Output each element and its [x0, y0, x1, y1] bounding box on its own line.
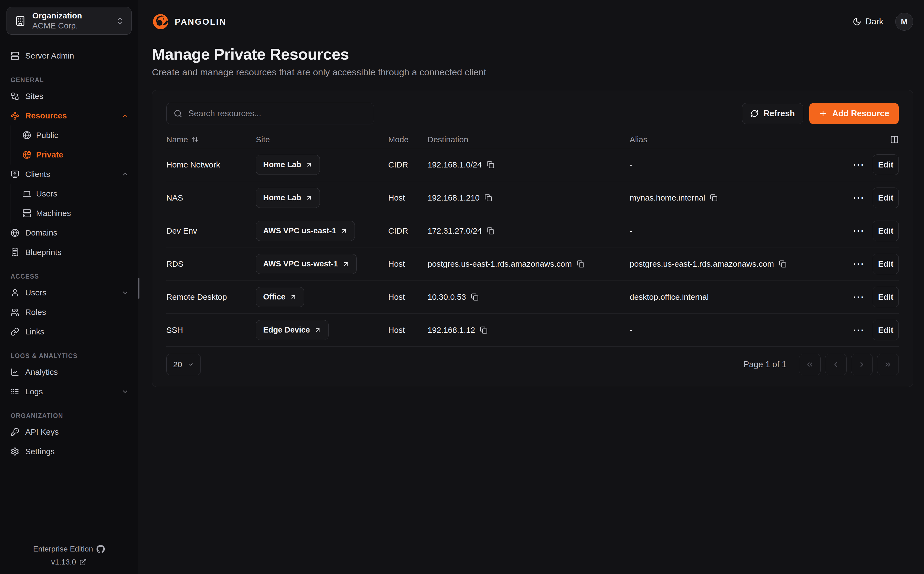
edit-button[interactable]: Edit — [873, 320, 899, 341]
refresh-label: Refresh — [763, 109, 794, 118]
column-header-site: Site — [256, 135, 388, 144]
row-menu-button[interactable]: ⋯ — [851, 291, 865, 303]
table-row: RDS AWS VPC us-west-1 Host postgres.us-e… — [166, 248, 899, 281]
arrow-up-right-icon — [314, 326, 321, 334]
site-link[interactable]: AWS VPC us-west-1 — [256, 254, 357, 274]
first-page-button[interactable] — [799, 354, 821, 375]
add-resource-button[interactable]: Add Resource — [809, 103, 899, 124]
resource-alias: - — [630, 160, 632, 169]
external-link-icon — [79, 558, 87, 566]
chevron-down-icon — [121, 289, 129, 296]
copy-icon[interactable] — [471, 293, 479, 301]
sidebar-item-links[interactable]: Links — [6, 322, 131, 341]
row-menu-button[interactable]: ⋯ — [851, 258, 865, 270]
edit-button[interactable]: Edit — [873, 155, 899, 175]
row-menu-button[interactable]: ⋯ — [851, 225, 865, 237]
chevrons-up-down-icon — [115, 17, 124, 25]
sidebar-item-private[interactable]: Private — [22, 145, 131, 164]
theme-toggle[interactable]: Dark — [853, 17, 883, 27]
sidebar-item-roles[interactable]: Roles — [6, 303, 131, 322]
site-link[interactable]: Office — [256, 287, 304, 307]
chevron-down-icon — [121, 388, 129, 396]
previous-page-button[interactable] — [825, 354, 847, 375]
resource-name: SSH — [166, 325, 256, 335]
last-page-button[interactable] — [877, 354, 899, 375]
edition-line[interactable]: Enterprise Edition — [33, 545, 105, 554]
search-icon — [174, 109, 182, 118]
clients-subgroup: Users Machines — [11, 184, 131, 223]
receipt-icon — [11, 248, 19, 257]
sidebar-item-logs[interactable]: Logs — [6, 382, 131, 401]
gear-icon — [11, 447, 19, 456]
organization-texts: Organization ACME Corp. — [32, 11, 109, 31]
copy-icon[interactable] — [487, 161, 494, 169]
sidebar-item-client-users[interactable]: Users — [22, 184, 131, 203]
resource-name: RDS — [166, 259, 256, 268]
copy-icon[interactable] — [484, 194, 492, 202]
edition-label: Enterprise Edition — [33, 545, 93, 554]
refresh-button[interactable]: Refresh — [742, 103, 803, 124]
key-icon — [11, 428, 19, 436]
resource-alias: mynas.home.internal — [630, 193, 705, 202]
resource-mode: CIDR — [388, 160, 427, 169]
copy-icon[interactable] — [710, 194, 718, 202]
version-label: v1.13.0 — [51, 558, 76, 566]
user-icon — [11, 289, 19, 297]
resources-subgroup: Public Private — [11, 126, 131, 164]
column-visibility-button[interactable] — [890, 135, 899, 144]
edit-button[interactable]: Edit — [873, 188, 899, 208]
sidebar-item-domains[interactable]: Domains — [6, 223, 131, 243]
sidebar-item-blueprints[interactable]: Blueprints — [6, 243, 131, 262]
version-line[interactable]: v1.13.0 — [51, 558, 87, 566]
sidebar-item-resources[interactable]: Resources — [6, 106, 131, 126]
link-icon — [11, 327, 19, 336]
arrow-up-right-icon — [305, 194, 313, 201]
organization-picker[interactable]: Organization ACME Corp. — [6, 7, 131, 35]
site-link[interactable]: Edge Device — [256, 320, 329, 340]
search-input[interactable] — [188, 109, 367, 118]
resource-name: Dev Env — [166, 226, 256, 235]
row-menu-button[interactable]: ⋯ — [851, 325, 865, 336]
edit-button[interactable]: Edit — [873, 287, 899, 308]
chevron-up-icon — [121, 112, 129, 120]
server-icon — [11, 52, 19, 60]
main-content: PANGOLIN Dark M Manage Private Resources… — [138, 0, 924, 574]
user-avatar[interactable]: M — [895, 13, 913, 31]
monitor-up-icon — [11, 170, 19, 178]
sidebar-item-users[interactable]: Users — [6, 283, 131, 303]
sidebar-item-clients[interactable]: Clients — [6, 164, 131, 184]
copy-icon[interactable] — [480, 326, 487, 334]
copy-icon[interactable] — [779, 260, 786, 268]
sidebar-item-machines[interactable]: Machines — [22, 203, 131, 223]
table-row: Remote Desktop Office Host 10.30.0.53 de… — [166, 281, 899, 314]
brand[interactable]: PANGOLIN — [152, 13, 226, 30]
resource-destination: 172.31.27.0/24 — [427, 226, 482, 235]
plus-icon — [819, 109, 827, 118]
site-link[interactable]: AWS VPC us-east-1 — [256, 221, 355, 241]
copy-icon[interactable] — [577, 260, 584, 268]
chevron-down-icon — [187, 361, 194, 368]
resource-name: Home Network — [166, 160, 256, 169]
edit-button[interactable]: Edit — [873, 254, 899, 274]
edit-button[interactable]: Edit — [873, 221, 899, 241]
resource-destination: 192.168.1.0/24 — [427, 160, 482, 169]
sidebar-item-api-keys[interactable]: API Keys — [6, 422, 131, 442]
sidebar-item-server-admin[interactable]: Server Admin — [6, 46, 131, 66]
logs-icon — [11, 387, 19, 396]
sidebar-item-sites[interactable]: Sites — [6, 87, 131, 106]
sidebar-item-public[interactable]: Public — [22, 126, 131, 145]
page-size-select[interactable]: 20 — [166, 354, 201, 375]
sidebar-item-analytics[interactable]: Analytics — [6, 362, 131, 382]
column-header-name[interactable]: Name — [166, 135, 256, 144]
next-page-button[interactable] — [851, 354, 873, 375]
resource-name: NAS — [166, 193, 256, 202]
building-icon — [15, 16, 26, 26]
row-menu-button[interactable]: ⋯ — [851, 159, 865, 170]
site-link[interactable]: Home Lab — [256, 155, 320, 175]
row-menu-button[interactable]: ⋯ — [851, 192, 865, 203]
sidebar-item-settings[interactable]: Settings — [6, 442, 131, 461]
sidebar-scrollbar-thumb[interactable] — [138, 278, 139, 299]
copy-icon[interactable] — [487, 227, 494, 235]
page-indicator: Page 1 of 1 — [743, 360, 786, 369]
site-link[interactable]: Home Lab — [256, 188, 320, 208]
